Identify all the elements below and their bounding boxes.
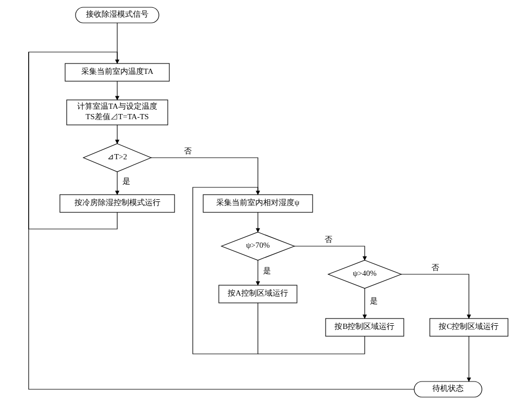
node-pcold-label: 按冷房除湿控制模式运行 <box>75 198 160 207</box>
node-phum-label: 采集当前室内相对湿度ψ <box>216 198 300 207</box>
label-d3-yes: 是 <box>370 297 378 305</box>
edge-d2-d3 <box>294 246 365 260</box>
node-pb-label: 按B控制区域运行 <box>334 322 394 330</box>
node-pc-label: 按C控制区域运行 <box>439 322 499 330</box>
node-pc: 按C控制区域运行 <box>430 319 508 336</box>
edge-pb-join <box>258 336 365 354</box>
node-pa-label: 按A控制区域运行 <box>228 289 288 297</box>
node-p2-label-line2: TS差值⊿T=TA-TS <box>85 112 148 121</box>
node-p2: 计算室温TA与设定温度 TS差值⊿T=TA-TS <box>67 100 168 125</box>
node-standby: 待机状态 <box>414 381 482 397</box>
node-d1: ⊿T>2 <box>83 144 151 172</box>
node-pa: 按A控制区域运行 <box>219 285 297 303</box>
node-pb: 按B控制区域运行 <box>326 319 404 336</box>
node-d1-label: ⊿T>2 <box>107 152 127 161</box>
label-d1-yes: 是 <box>122 177 130 185</box>
label-d2-yes: 是 <box>263 266 271 275</box>
node-pcold: 按冷房除湿控制模式运行 <box>60 195 175 212</box>
edge-d3-pc <box>401 274 469 319</box>
node-phum: 采集当前室内相对湿度ψ <box>203 195 313 212</box>
node-p2-label-line1: 计算室温TA与设定温度 <box>77 102 157 110</box>
label-d3-no: 否 <box>431 263 439 272</box>
node-start: 接收除湿模式信号 <box>76 7 159 23</box>
node-p1-label: 采集当前室内温度TA <box>81 67 154 75</box>
node-p1: 采集当前室内温度TA <box>65 63 169 81</box>
node-d2-label: ψ>70% <box>246 241 269 249</box>
node-standby-label: 待机状态 <box>432 384 464 392</box>
node-d3-label: ψ>40% <box>353 269 376 277</box>
node-d2: ψ>70% <box>221 232 294 260</box>
node-d3: ψ>40% <box>328 260 401 288</box>
label-d1-no: 否 <box>184 147 192 155</box>
node-start-label: 接收除湿模式信号 <box>86 10 148 18</box>
label-d2-no: 否 <box>325 235 332 244</box>
edge-d1-phum <box>151 158 258 195</box>
